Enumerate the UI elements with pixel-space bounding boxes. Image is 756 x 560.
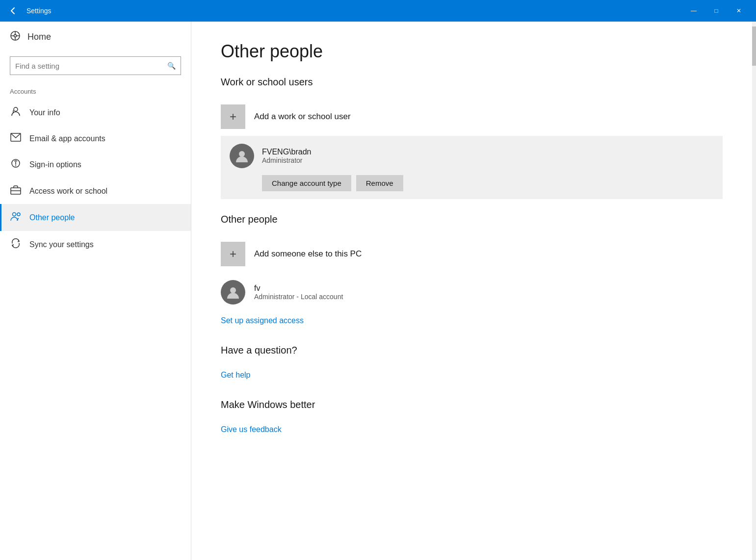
sidebar-item-sync[interactable]: Sync your settings: [0, 231, 191, 258]
make-better-section: Make Windows better Give us feedback: [221, 399, 723, 434]
close-button[interactable]: ✕: [728, 0, 750, 22]
other-people-title: Other people: [221, 214, 723, 225]
sidebar-item-email-accounts[interactable]: Email & app accounts: [0, 126, 191, 151]
work-user-avatar: [230, 144, 254, 168]
work-user-actions: Change account type Remove: [230, 175, 714, 191]
other-people-icon: [10, 211, 22, 224]
work-user-name: FVENG\bradn: [262, 148, 714, 156]
briefcase-icon: [10, 185, 22, 197]
svg-point-6: [14, 107, 18, 111]
have-question-title: Have a question?: [221, 345, 723, 356]
sign-in-label: Sign-in options: [29, 160, 81, 169]
maximize-button[interactable]: □: [705, 0, 728, 22]
sidebar: Home 🔍 Accounts Your info: [0, 22, 191, 560]
fv-user-row[interactable]: fv Administrator - Local account: [221, 273, 723, 311]
add-someone-label: Add someone else to this PC: [254, 249, 362, 259]
minimize-button[interactable]: —: [682, 0, 705, 22]
your-info-label: Your info: [29, 108, 60, 117]
main-layout: Home 🔍 Accounts Your info: [0, 22, 756, 560]
sidebar-item-other-people[interactable]: Other people: [0, 204, 191, 231]
fv-user-avatar: [221, 280, 245, 305]
svg-point-16: [13, 213, 16, 216]
svg-point-17: [17, 213, 20, 216]
work-school-title: Work or school users: [221, 76, 723, 88]
assigned-access-link[interactable]: Set up assigned access: [221, 316, 304, 325]
remove-button[interactable]: Remove: [356, 175, 403, 191]
give-feedback-link[interactable]: Give us feedback: [221, 425, 282, 434]
fv-user-role: Administrator - Local account: [254, 293, 723, 301]
svg-point-1: [14, 35, 17, 37]
svg-point-19: [230, 287, 236, 293]
search-container: 🔍: [0, 52, 191, 83]
sync-icon: [10, 238, 22, 251]
work-user-info: FVENG\bradn Administrator: [262, 148, 714, 164]
sign-in-icon: [10, 158, 22, 171]
scrollbar-track[interactable]: [752, 22, 756, 560]
have-question-section: Have a question? Get help: [221, 345, 723, 380]
other-people-label: Other people: [29, 213, 75, 222]
work-user-inner: FVENG\bradn Administrator: [230, 144, 714, 168]
scrollbar-thumb[interactable]: [752, 26, 756, 66]
add-work-plus-btn[interactable]: +: [221, 104, 245, 129]
add-work-label: Add a work or school user: [254, 112, 351, 122]
search-input[interactable]: [15, 62, 163, 70]
add-someone-plus-btn[interactable]: +: [221, 242, 245, 266]
accounts-section-label: Accounts: [0, 83, 191, 99]
svg-point-13: [15, 165, 16, 166]
sidebar-item-sign-in[interactable]: Sign-in options: [0, 151, 191, 178]
home-label: Home: [27, 32, 51, 42]
window-controls: — □ ✕: [682, 0, 750, 22]
search-box[interactable]: 🔍: [10, 56, 181, 75]
fv-user-name: fv: [254, 284, 723, 293]
add-work-user-row[interactable]: + Add a work or school user: [221, 98, 723, 136]
page-title: Other people: [221, 41, 723, 62]
sidebar-home[interactable]: Home: [0, 22, 191, 52]
change-account-type-button[interactable]: Change account type: [262, 175, 351, 191]
email-icon: [10, 133, 22, 144]
content-area: Other people Work or school users + Add …: [191, 22, 752, 560]
your-info-icon: [10, 106, 22, 119]
work-user-role: Administrator: [262, 156, 714, 164]
access-work-label: Access work or school: [29, 187, 107, 196]
sidebar-item-access-work[interactable]: Access work or school: [0, 178, 191, 204]
sync-label: Sync your settings: [29, 240, 94, 249]
titlebar-title: Settings: [26, 7, 682, 15]
get-help-link[interactable]: Get help: [221, 371, 250, 380]
svg-point-18: [239, 151, 245, 157]
work-user-row: FVENG\bradn Administrator Change account…: [221, 136, 723, 199]
fv-user-info: fv Administrator - Local account: [254, 284, 723, 301]
titlebar: Settings — □ ✕: [0, 0, 756, 22]
sidebar-item-your-info[interactable]: Your info: [0, 99, 191, 126]
back-button[interactable]: [6, 3, 21, 18]
search-icon: 🔍: [167, 62, 176, 70]
home-icon: [10, 30, 21, 44]
add-someone-row[interactable]: + Add someone else to this PC: [221, 235, 723, 273]
email-accounts-label: Email & app accounts: [29, 134, 105, 143]
make-better-title: Make Windows better: [221, 399, 723, 410]
